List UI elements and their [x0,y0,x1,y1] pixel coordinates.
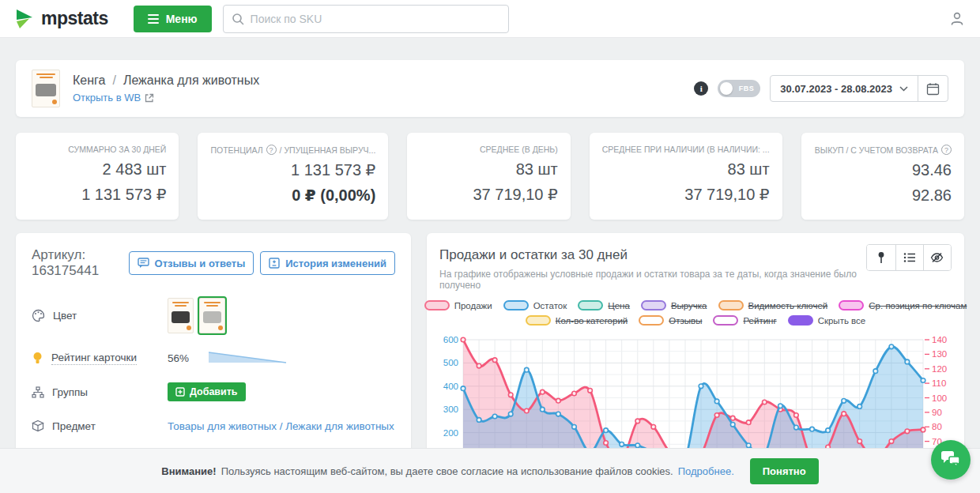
legend-swatch [713,315,738,326]
legend-item-Остаток[interactable]: Остаток [503,300,567,310]
stat-card-label: СРЕДНЕЕ (В ДЕНЬ) [480,145,558,154]
svg-text:500: 500 [443,358,458,367]
stat-card-label-text: ВЫКУП / С УЧЕТОМ ВОЗВРАТА [815,145,938,155]
fbs-toggle[interactable]: FBS [718,80,760,97]
mpstats-logo-icon [14,9,35,29]
stat-card-value-1: 1 131 573 ₽ [291,160,375,180]
pin-marker-button[interactable] [867,245,895,270]
legend-item-Скрыть все[interactable]: Скрыть все [788,315,866,326]
stat-card-value-2: 0 ₽ (0,00%) [292,186,375,205]
legend-item-label: Ср. позиция по ключам [869,301,967,310]
list-icon [903,252,916,263]
subject-label: Предмет [52,420,96,432]
search-box[interactable] [223,5,509,33]
logo-text: mpstats [41,8,108,29]
stat-card-label-text: ПОТЕНЦИАЛ [210,145,262,155]
stat-card-label: ВЫКУП / С УЧЕТОМ ВОЗВРАТА? [815,145,952,155]
chart-toolbar [866,244,952,271]
breadcrumb-card: Кенга / Лежанка для животных Открыть в W… [16,60,964,117]
legend-item-Рейтинг[interactable]: Рейтинг [713,315,776,326]
legend-item-Кол-во категорий[interactable]: Кол-во категорий [526,315,628,326]
toggle-knob [720,82,733,95]
add-group-button[interactable]: Добавить [168,382,246,401]
legend-item-Ср. позиция по ключам[interactable]: Ср. позиция по ключам [839,300,967,310]
svg-text:300: 300 [443,405,458,414]
cookie-warning-bold: Внимание! [161,465,216,477]
legend-item-label: Выручка [671,301,707,310]
menu-button-label: Меню [166,13,198,25]
bulb-icon [32,352,43,365]
stat-card-1: ПОТЕНЦИАЛ?/ УПУЩЕННАЯ ВЫРУЧ...1 131 573 … [198,133,388,220]
cookie-accept-button[interactable]: Понятно [750,458,819,484]
pin-icon [876,251,887,264]
svg-text:140: 140 [932,335,947,344]
subject-category-link[interactable]: Товары для животных / Лежаки для животны… [168,420,394,432]
legend-item-label: Скрыть все [818,316,866,326]
stat-card-3: СРЕДНЕЕ ПРИ НАЛИЧИИ (В НАЛИЧИИ: ...83 шт… [590,133,782,220]
legend-row: ПродажиОстатокЦенаВыручкаВидимость ключе… [439,300,952,310]
stat-card-label: СРЕДНЕЕ ПРИ НАЛИЧИИ (В НАЛИЧИИ: ... [602,145,770,154]
legend-swatch [526,315,551,326]
stat-card-value-1: 2 483 шт [103,160,167,179]
question-circle-icon[interactable]: ? [941,145,952,155]
change-history-button[interactable]: История изменений [260,251,395,275]
legend-swatch [788,315,813,326]
svg-text:200: 200 [443,428,458,438]
svg-text:600: 600 [443,335,458,344]
plus-square-icon [175,387,185,397]
menu-button[interactable]: Меню [134,6,212,32]
legend-item-label: Рейтинг [743,316,776,326]
legend-item-Отзывы[interactable]: Отзывы [639,315,702,326]
legend-swatch [578,300,603,310]
legend-item-label: Отзывы [669,316,702,326]
legend-item-label: Остаток [533,301,567,310]
question-circle-icon[interactable]: ? [266,145,277,155]
logo[interactable]: mpstats [14,8,108,29]
legend-item-Выручка[interactable]: Выручка [641,300,707,310]
color-variant-gray-selected[interactable] [199,298,225,333]
support-chat-button[interactable] [931,440,971,480]
user-icon[interactable] [948,10,966,28]
legend-list-button[interactable] [895,245,923,270]
groups-label: Группы [52,386,88,398]
eye-off-icon [930,252,944,263]
chat-bubble-icon [138,258,149,269]
product-thumbnail [32,70,60,107]
cookie-consent-bar: Внимание! Пользуясь настоящим веб-сайтом… [0,448,980,493]
chart-svg: 6005004003002001001401301201101009080706… [439,330,952,468]
open-in-wb-link[interactable]: Открыть в WB [73,92,259,103]
date-range-selector[interactable]: 30.07.2023 - 28.08.2023 [771,76,918,101]
chart-legend: ПродажиОстатокЦенаВыручкаВидимость ключе… [439,300,952,326]
legend-item-Видимость ключей[interactable]: Видимость ключей [718,300,828,310]
chat-bubbles-icon [940,450,961,469]
legend-swatch [718,300,744,310]
reviews-answers-button[interactable]: Отзывы и ответы [129,251,254,275]
stat-cards-row: СУММАРНО ЗА 30 ДНЕЙ2 483 шт1 131 573 ₽ПО… [16,133,964,220]
stat-card-2: СРЕДНЕЕ (В ДЕНЬ)83 шт37 719,10 ₽ [407,133,570,220]
stat-card-value-2: 37 719,10 ₽ [473,185,557,205]
legend-item-Продажи[interactable]: Продажи [424,300,492,310]
stat-card-label-suffix: / УПУЩЕННАЯ ВЫРУЧ... [280,145,376,155]
legend-swatch [503,300,529,310]
calendar-button[interactable] [918,76,948,101]
sku-title: Артикул: 163175441 [32,247,122,279]
fbs-toggle-label: FBS [739,80,755,97]
breadcrumb-brand[interactable]: Кенга [73,73,105,88]
stat-card-label: СУММАРНО ЗА 30 ДНЕЙ [68,145,166,154]
legend-swatch [641,300,666,310]
rating-trend-sparkline [209,352,288,364]
svg-text:120: 120 [932,364,947,374]
chart-subtitle: На графике отображены условные продажи и… [439,269,866,291]
stat-card-value-2: 37 719,10 ₽ [684,185,769,205]
stat-card-value-1: 93.46 [912,160,952,180]
legend-row: Кол-во категорийОтзывыРейтингСкрыть все [439,315,952,326]
cookie-more-link[interactable]: Подробнее. [678,465,734,477]
legend-item-label: Видимость ключей [748,301,828,310]
hide-series-button[interactable] [923,245,951,270]
legend-item-Цена[interactable]: Цена [578,300,630,310]
info-icon[interactable]: i [694,81,708,96]
hamburger-icon [148,14,159,24]
search-input[interactable] [251,13,500,25]
palette-icon [32,309,45,322]
color-variant-dark[interactable] [168,298,194,333]
